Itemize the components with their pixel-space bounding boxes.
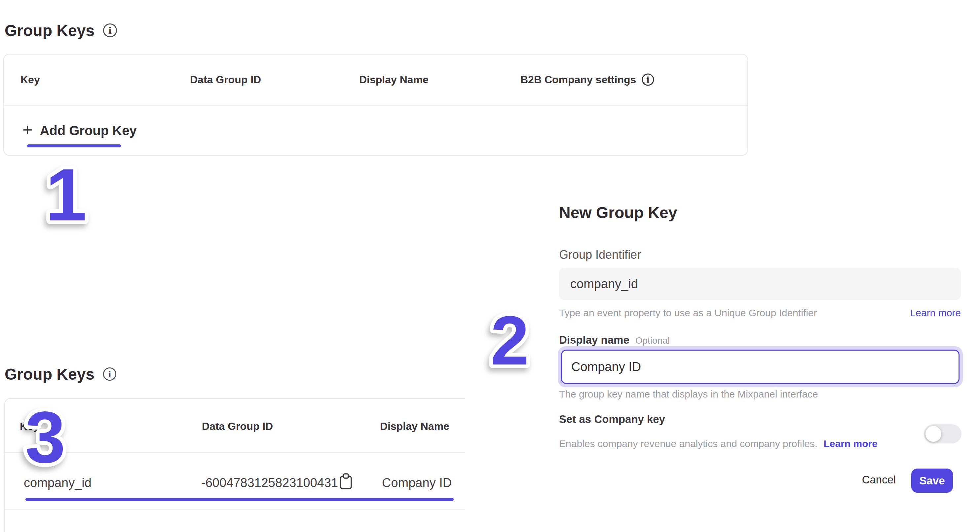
column-header-display-name: Display Name xyxy=(380,420,449,433)
info-icon[interactable]: i xyxy=(102,367,117,381)
column-header-b2b-settings: B2B Company settings i xyxy=(520,72,655,88)
group-keys-table-empty: Key Data Group ID Display Name B2B Compa… xyxy=(3,54,748,156)
svg-text:i: i xyxy=(108,370,111,379)
svg-text:i: i xyxy=(647,75,649,84)
display-name-cell: Company ID xyxy=(382,475,452,491)
column-header-data-group-id: Data Group ID xyxy=(190,73,261,86)
group-key-cell: company_id xyxy=(24,475,92,491)
company-key-helper: Enables company revenue analytics and co… xyxy=(559,438,878,450)
page-title: Group Keys xyxy=(5,21,94,40)
group-identifier-input[interactable] xyxy=(559,268,961,300)
table-header-divider xyxy=(5,452,465,453)
data-group-id-cell: -6004783125823100431 xyxy=(201,475,338,491)
group-keys-table-filled: Key Data Group ID Display Name company_i… xyxy=(4,398,465,532)
learn-more-link[interactable]: Learn more xyxy=(823,438,877,449)
toggle-knob xyxy=(926,426,941,442)
group-keys-heading-top: Group Keys i xyxy=(5,21,118,40)
group-identifier-label: Group Identifier xyxy=(559,248,641,262)
cancel-button[interactable]: Cancel xyxy=(856,468,902,491)
save-button[interactable]: Save xyxy=(911,468,953,493)
step-2-number: 2 xyxy=(491,302,529,379)
step3-annotation-underline xyxy=(25,498,453,501)
display-name-label-row: Display name Optional xyxy=(559,334,670,346)
step-1-badge: 1 xyxy=(20,155,112,234)
company-key-toggle[interactable] xyxy=(924,424,961,443)
column-header-key: Key xyxy=(21,73,40,86)
copy-icon xyxy=(338,472,353,491)
add-group-key-label: Add Group Key xyxy=(40,123,137,138)
info-icon[interactable]: i xyxy=(641,73,655,86)
column-header-display-name: Display Name xyxy=(359,73,428,86)
table-header-divider xyxy=(4,105,748,106)
display-name-helper: The group key name that displays in the … xyxy=(559,388,818,400)
copy-button[interactable] xyxy=(338,472,353,492)
step1-annotation-underline xyxy=(27,144,121,147)
page-title: Group Keys xyxy=(5,365,94,383)
company-key-helper-text: Enables company revenue analytics and co… xyxy=(559,438,818,449)
add-group-key-button[interactable]: + Add Group Key xyxy=(22,121,137,140)
column-header-data-group-id: Data Group ID xyxy=(202,420,273,433)
step-1-number: 1 xyxy=(45,153,87,236)
svg-text:i: i xyxy=(108,25,112,36)
display-name-input[interactable] xyxy=(561,350,959,384)
company-key-label-row: Set as Company key xyxy=(559,413,665,425)
b2b-settings-label: B2B Company settings xyxy=(520,73,636,86)
group-keys-heading-bottom: Group Keys i xyxy=(5,365,117,383)
step-2-badge: 2 xyxy=(470,298,549,381)
info-icon[interactable]: i xyxy=(102,23,118,38)
display-name-focus-ring xyxy=(558,346,963,387)
table-row-divider xyxy=(5,509,465,510)
plus-icon: + xyxy=(22,121,32,139)
form-title: New Group Key xyxy=(559,204,677,222)
optional-tag: Optional xyxy=(635,335,670,346)
column-header-key: Key xyxy=(20,420,39,433)
group-keys-settings-screen: Group Keys i Key Data Group ID Display N… xyxy=(0,0,980,532)
company-key-label: Set as Company key xyxy=(559,413,665,425)
group-identifier-helper: Type an event property to use as a Uniqu… xyxy=(559,307,817,319)
learn-more-link[interactable]: Learn more xyxy=(910,307,961,319)
display-name-label: Display name xyxy=(559,334,630,346)
